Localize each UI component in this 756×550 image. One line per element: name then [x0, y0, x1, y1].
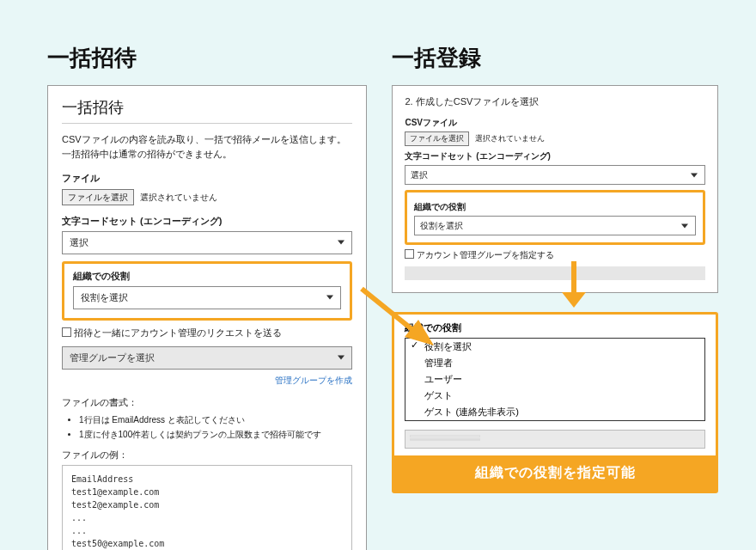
specify-group-label: アカウント管理グループを指定する — [417, 250, 554, 260]
csv-label: CSVファイル — [405, 116, 705, 129]
background-stub — [405, 430, 705, 449]
encoding-label: 文字コードセット (エンコーディング) — [405, 150, 705, 162]
role-option[interactable]: ゲスト (連絡先非表示) — [405, 404, 704, 420]
specify-group-checkbox[interactable] — [405, 249, 414, 259]
format-heading: ファイルの書式： — [62, 395, 352, 410]
role-options-list: 役割を選択 管理者 ユーザー ゲスト ゲスト (連絡先非表示) — [405, 338, 705, 421]
role-highlight-box: 組織での役割 役割を選択 — [62, 261, 352, 321]
role-select[interactable]: 役割を選択 — [73, 286, 341, 309]
caption-bar: 組織での役割を指定可能 — [394, 455, 716, 491]
disabled-bar — [405, 266, 705, 280]
role-label: 組織での役割 — [73, 269, 341, 284]
role-option[interactable]: 役割を選択 — [405, 339, 704, 355]
encoding-select[interactable]: 選択 — [62, 231, 352, 254]
file-status: 選択されていません — [140, 192, 217, 202]
role-option[interactable]: ゲスト — [405, 388, 704, 404]
format-bullets: 1行目は EmailAddress と表記してください 1度に付き100件若しく… — [79, 413, 352, 441]
encoding-select[interactable]: 選択 — [405, 165, 705, 185]
role-label: 組織での役割 — [414, 200, 696, 213]
group-select[interactable]: 管理グループを選択 — [62, 346, 352, 370]
send-request-checkbox[interactable] — [62, 327, 71, 337]
role-dropdown-expanded: 組織での役割 役割を選択 管理者 ユーザー ゲスト ゲスト (連絡先非表示) 組… — [392, 312, 718, 493]
panel-bulk-invite: 一括招待 CSVファイルの内容を読み取り、一括で招待メールを送信します。一括招待… — [47, 85, 367, 550]
example-heading: ファイルの例： — [62, 448, 352, 462]
create-group-link[interactable]: 管理グループを作成 — [275, 376, 352, 385]
heading-bulk-invite: 一括招待 — [47, 43, 367, 73]
file-status: 選択されていません — [475, 134, 545, 143]
step-title: 2. 作成したCSVファイルを選択 — [405, 95, 705, 109]
choose-file-button[interactable]: ファイルを選択 — [62, 189, 134, 205]
choose-file-button[interactable]: ファイルを選択 — [405, 131, 469, 147]
panel-title: 一括招待 — [62, 96, 352, 119]
role-option[interactable]: 管理者 — [405, 355, 704, 371]
format-bullet: 1度に付き100件若しくは契約プランの上限数まで招待可能です — [79, 428, 352, 441]
panel-bulk-register: 2. 作成したCSVファイルを選択 CSVファイル ファイルを選択 選択されてい… — [392, 85, 718, 293]
file-label: ファイル — [62, 171, 352, 186]
role-select[interactable]: 役割を選択 — [414, 216, 696, 235]
example-block: EmailAddress test1@example.com test2@exa… — [62, 465, 352, 550]
role-label: 組織での役割 — [405, 321, 705, 334]
send-request-label: 招待と一緒にアカウント管理のリクエストを送る — [74, 327, 282, 338]
encoding-label: 文字コードセット (エンコーディング) — [62, 214, 352, 229]
role-option[interactable]: ユーザー — [405, 371, 704, 388]
role-highlight-box: 組織での役割 役割を選択 — [405, 190, 705, 245]
format-bullet: 1行目は EmailAddress と表記してください — [79, 413, 352, 426]
panel-description: CSVファイルの内容を読み取り、一括で招待メールを送信します。一括招待中は通常の… — [62, 132, 352, 161]
heading-bulk-register: 一括登録 — [392, 43, 718, 73]
divider — [62, 123, 352, 124]
